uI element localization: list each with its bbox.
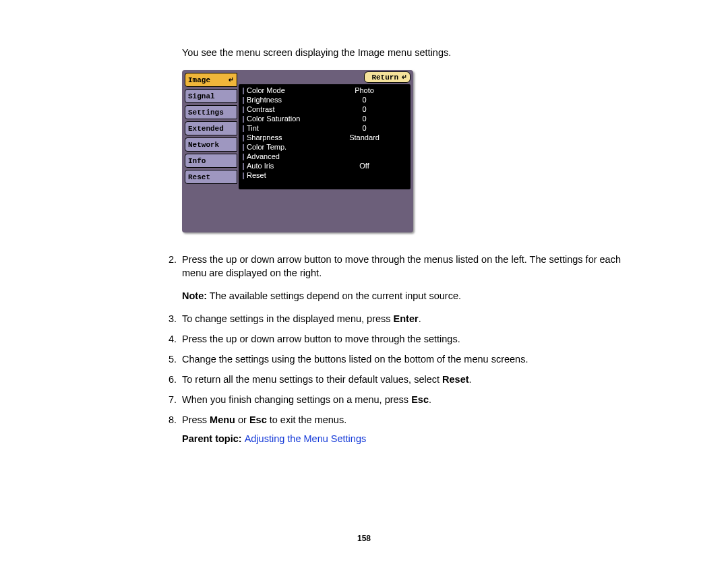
- instruction-list: 2.Press the up or down arrow button to m…: [182, 253, 637, 427]
- osd-setting-row: |Auto IrisOff: [241, 161, 408, 170]
- osd-tab-network: Network: [185, 137, 237, 152]
- osd-tab-info: Info: [185, 154, 237, 168]
- step-2: 2.Press the up or down arrow button to m…: [164, 253, 637, 303]
- parent-topic: Parent topic: Adjusting the Menu Setting…: [182, 433, 637, 444]
- step-3: 3.To change settings in the displayed me…: [164, 312, 637, 325]
- step-7: 7.When you finish changing settings on a…: [164, 393, 637, 406]
- osd-settings-panel: |Color ModePhoto |Brightness0 |Contrast0…: [239, 84, 411, 189]
- enter-icon: ↵: [229, 75, 234, 84]
- osd-setting-row: |Color ModePhoto: [241, 86, 408, 95]
- osd-tab-reset: Reset: [185, 170, 237, 184]
- step-6: 6.To return all the menu settings to the…: [164, 373, 637, 386]
- osd-tab-extended: Extended: [185, 121, 237, 135]
- intro-text: You see the menu screen displaying the I…: [182, 47, 637, 58]
- step-5: 5.Change the settings using the buttons …: [164, 352, 637, 366]
- parent-topic-link[interactable]: Adjusting the Menu Settings: [245, 433, 367, 444]
- osd-setting-row: |Reset: [241, 170, 408, 180]
- osd-tab-signal: Signal: [185, 89, 237, 103]
- osd-setting-row: |Color Temp.: [241, 142, 408, 152]
- note: Note: The available settings depend on t…: [182, 289, 637, 303]
- step-4: 4.Press the up or down arrow button to m…: [164, 332, 637, 346]
- enter-icon: ↵: [402, 73, 407, 82]
- step-8: 8.Press Menu or Esc to exit the menus.: [164, 413, 637, 427]
- osd-setting-row: |Brightness0: [241, 95, 408, 104]
- osd-tab-settings: Settings: [185, 105, 237, 119]
- osd-sidebar: Image↵ Signal Settings Extended Network …: [185, 73, 237, 186]
- osd-setting-row: |SharpnessStandard: [241, 133, 408, 142]
- osd-return-button: Return↵: [364, 71, 411, 83]
- osd-setting-row: |Color Saturation0: [241, 114, 408, 123]
- osd-tab-image: Image↵: [185, 73, 237, 87]
- osd-setting-row: |Tint0: [241, 123, 408, 133]
- osd-setting-row: |Advanced: [241, 152, 408, 161]
- osd-menu-image: Image↵ Signal Settings Extended Network …: [182, 70, 413, 232]
- page-number: 158: [0, 534, 728, 543]
- osd-setting-row: |Contrast0: [241, 104, 408, 114]
